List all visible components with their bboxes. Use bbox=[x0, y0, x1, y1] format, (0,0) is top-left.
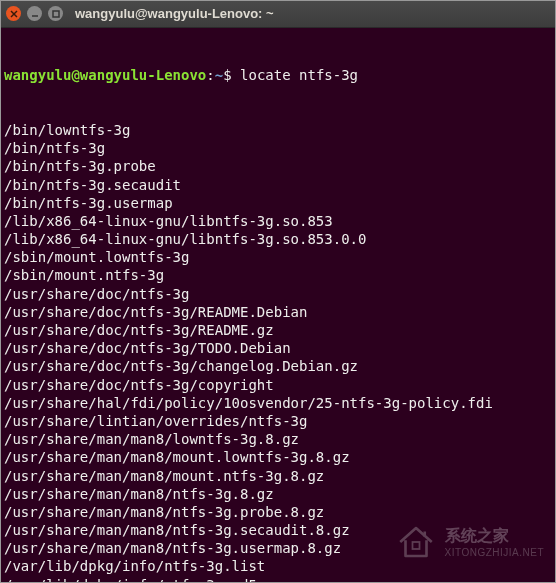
output-line: /usr/share/doc/ntfs-3g/README.Debian bbox=[4, 303, 552, 321]
output-line: /lib/x86_64-linux-gnu/libntfs-3g.so.853.… bbox=[4, 230, 552, 248]
output-line: /var/lib/dpkg/info/ntfs-3g.md5sums bbox=[4, 576, 552, 583]
output-line: /usr/share/doc/ntfs-3g/README.gz bbox=[4, 321, 552, 339]
output-line: /sbin/mount.ntfs-3g bbox=[4, 266, 552, 284]
prompt-sep2: $ bbox=[223, 67, 240, 83]
prompt-line: wangyulu@wangyulu-Lenovo:~$ locate ntfs-… bbox=[4, 66, 552, 84]
output-line: /bin/ntfs-3g.secaudit bbox=[4, 176, 552, 194]
output-line: /usr/share/man/man8/ntfs-3g.usermap.8.gz bbox=[4, 539, 552, 557]
window-title: wangyulu@wangyulu-Lenovo: ~ bbox=[75, 6, 274, 21]
output-line: /usr/share/lintian/overrides/ntfs-3g bbox=[4, 412, 552, 430]
command-text: locate ntfs-3g bbox=[240, 67, 358, 83]
output-line: /sbin/mount.lowntfs-3g bbox=[4, 248, 552, 266]
output-line: /usr/share/man/man8/mount.lowntfs-3g.8.g… bbox=[4, 448, 552, 466]
output-line: /usr/share/man/man8/lowntfs-3g.8.gz bbox=[4, 430, 552, 448]
output-line: /var/lib/dpkg/info/ntfs-3g.list bbox=[4, 557, 552, 575]
output-line: /usr/share/man/man8/ntfs-3g.8.gz bbox=[4, 485, 552, 503]
output-line: /usr/share/doc/ntfs-3g/copyright bbox=[4, 376, 552, 394]
output-line: /bin/ntfs-3g.probe bbox=[4, 157, 552, 175]
output-line: /bin/ntfs-3g bbox=[4, 139, 552, 157]
output-line: /usr/share/man/man8/mount.ntfs-3g.8.gz bbox=[4, 467, 552, 485]
prompt-path: ~ bbox=[215, 67, 223, 83]
prompt-sep1: : bbox=[206, 67, 214, 83]
titlebar: wangyulu@wangyulu-Lenovo: ~ bbox=[0, 0, 556, 28]
svg-rect-3 bbox=[53, 11, 59, 17]
output-line: /usr/share/hal/fdi/policy/10osvendor/25-… bbox=[4, 394, 552, 412]
output-container: /bin/lowntfs-3g/bin/ntfs-3g/bin/ntfs-3g.… bbox=[4, 121, 552, 583]
output-line: /usr/share/doc/ntfs-3g/changelog.Debian.… bbox=[4, 357, 552, 375]
prompt-user-host: wangyulu@wangyulu-Lenovo bbox=[4, 67, 206, 83]
output-line: /lib/x86_64-linux-gnu/libntfs-3g.so.853 bbox=[4, 212, 552, 230]
close-button[interactable] bbox=[6, 6, 21, 21]
output-line: /usr/share/man/man8/ntfs-3g.probe.8.gz bbox=[4, 503, 552, 521]
minimize-button[interactable] bbox=[27, 6, 42, 21]
output-line: /usr/share/doc/ntfs-3g/TODO.Debian bbox=[4, 339, 552, 357]
output-line: /usr/share/man/man8/ntfs-3g.secaudit.8.g… bbox=[4, 521, 552, 539]
terminal-area[interactable]: wangyulu@wangyulu-Lenovo:~$ locate ntfs-… bbox=[0, 28, 556, 583]
output-line: /bin/ntfs-3g.usermap bbox=[4, 194, 552, 212]
output-line: /bin/lowntfs-3g bbox=[4, 121, 552, 139]
output-line: /usr/share/doc/ntfs-3g bbox=[4, 285, 552, 303]
maximize-button[interactable] bbox=[48, 6, 63, 21]
